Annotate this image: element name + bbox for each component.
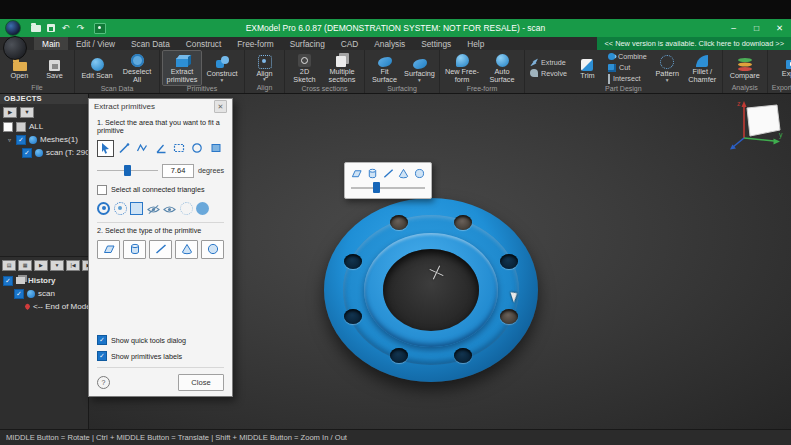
- objects-play-icon[interactable]: ▶: [3, 107, 17, 118]
- show-labels-checkbox[interactable]: ✓: [97, 351, 107, 361]
- history-scan-checkbox[interactable]: ✓: [14, 289, 24, 299]
- connected-triangles-checkbox[interactable]: [97, 185, 107, 195]
- tab-settings[interactable]: Settings: [413, 37, 459, 50]
- revolve-button[interactable]: Revolve: [530, 69, 567, 78]
- history-tree-icon[interactable]: ▦: [18, 260, 32, 271]
- 2d-sketch-button[interactable]: 2D Sketch: [288, 51, 321, 85]
- solid-circle-icon[interactable]: [196, 202, 209, 215]
- maximize-button[interactable]: □: [745, 19, 768, 37]
- tab-free-form[interactable]: Free-form: [229, 37, 281, 50]
- history-first-icon[interactable]: |◀: [66, 260, 80, 271]
- tree-item-scan[interactable]: ✓ scan (T: 290 751: [0, 146, 88, 159]
- auto-surface-button[interactable]: Auto Surface: [483, 51, 521, 85]
- eye-off-icon[interactable]: [147, 202, 160, 215]
- surfacing-button[interactable]: Surfacing ▾: [403, 53, 436, 83]
- tab-surfacing[interactable]: Surfacing: [282, 37, 333, 50]
- angle-slider[interactable]: [97, 165, 158, 176]
- construct-button[interactable]: Construct ▾: [203, 53, 241, 83]
- edit-scan-button[interactable]: Edit Scan: [78, 55, 116, 81]
- expander-icon[interactable]: ▿: [6, 136, 13, 143]
- tab-edit-view[interactable]: Edit / View: [68, 37, 123, 50]
- angle-value-input[interactable]: [162, 164, 194, 178]
- tab-main[interactable]: Main: [34, 37, 68, 50]
- align-button[interactable]: Align ▾: [248, 53, 281, 83]
- history-checkbox[interactable]: ✓: [3, 276, 13, 286]
- history-play-icon[interactable]: ▶: [34, 260, 48, 271]
- cut-button[interactable]: Cut: [608, 63, 647, 72]
- pick-arrow-tool[interactable]: [97, 140, 114, 157]
- quick-cone-button[interactable]: [396, 166, 411, 180]
- tab-help[interactable]: Help: [459, 37, 492, 50]
- update-notification[interactable]: << New version is available. Click here …: [597, 37, 791, 50]
- line-primitive-button[interactable]: [149, 240, 172, 259]
- deselect-all-button[interactable]: Deselect All: [118, 51, 156, 85]
- angle-tool[interactable]: [152, 140, 169, 157]
- history-list-icon[interactable]: ▤: [2, 260, 16, 271]
- show-labels-row[interactable]: ✓ Show primitives labels: [97, 351, 224, 361]
- brush-tool[interactable]: [115, 140, 132, 157]
- tab-scan-data[interactable]: Scan Data: [123, 37, 178, 50]
- slider-handle[interactable]: [373, 182, 380, 193]
- show-quick-tools-row[interactable]: ✓ Show quick tools dialog: [97, 335, 224, 345]
- show-quick-tools-checkbox[interactable]: ✓: [97, 335, 107, 345]
- tree-item-history-scan[interactable]: ✓ scan: [0, 287, 88, 300]
- trim-button[interactable]: Trim: [571, 55, 604, 81]
- compare-button[interactable]: Compare: [726, 55, 764, 81]
- sphere-primitive-button[interactable]: [201, 240, 224, 259]
- dotted-light-circle-icon[interactable]: [180, 202, 193, 215]
- close-dialog-button[interactable]: Close: [178, 374, 224, 391]
- scan-model-flange[interactable]: [324, 198, 538, 382]
- scan-checkbox[interactable]: ✓: [22, 148, 32, 158]
- combine-button[interactable]: Combine: [608, 52, 647, 61]
- dialog-close-icon[interactable]: ✕: [214, 100, 227, 113]
- dialog-title-bar[interactable]: Extract primitives ✕: [89, 99, 232, 114]
- app-menu-button[interactable]: [3, 36, 27, 60]
- objects-filter-icon[interactable]: ▼: [20, 107, 34, 118]
- intersect-button[interactable]: Intersect: [608, 74, 647, 83]
- cone-primitive-button[interactable]: [175, 240, 198, 259]
- fillet-chamfer-button[interactable]: Fillet / Chamfer: [686, 51, 719, 85]
- tree-item-all[interactable]: ALL: [0, 120, 88, 133]
- meshes-checkbox[interactable]: ✓: [16, 135, 26, 145]
- save-icon[interactable]: [45, 22, 56, 34]
- view-axis-indicator[interactable]: z y: [723, 96, 785, 154]
- angle-slider-handle[interactable]: [124, 165, 131, 176]
- capture-icon[interactable]: [94, 23, 106, 34]
- history-down-icon[interactable]: ▼: [50, 260, 64, 271]
- redo-icon[interactable]: ↷: [75, 22, 86, 34]
- minimize-button[interactable]: –: [722, 19, 745, 37]
- save-button[interactable]: Save: [38, 55, 71, 81]
- tree-item-history[interactable]: ✓ History: [0, 274, 88, 287]
- tab-analysis[interactable]: Analysis: [366, 37, 413, 50]
- close-button[interactable]: ✕: [768, 19, 791, 37]
- extract-primitives-button[interactable]: Extract primitives: [163, 51, 201, 85]
- quick-plane-button[interactable]: [349, 166, 364, 180]
- quick-tools-dialog[interactable]: [344, 162, 432, 199]
- export-button[interactable]: Export ▾: [773, 53, 791, 83]
- fit-surface-button[interactable]: Fit Surface: [368, 51, 401, 85]
- tree-item-end-of-model[interactable]: <-- End of Model -: [0, 300, 88, 313]
- plane-primitive-button[interactable]: [97, 240, 120, 259]
- connected-triangles-row[interactable]: Select all connected triangles: [97, 185, 224, 195]
- paint-select-tool[interactable]: [207, 140, 224, 157]
- multiple-sections-button[interactable]: Multiple sections: [323, 51, 361, 85]
- quick-sphere-button[interactable]: [412, 166, 427, 180]
- new-free-form-button[interactable]: New Free-form: [443, 51, 481, 85]
- rectangle-select-tool[interactable]: [170, 140, 187, 157]
- eye-icon[interactable]: [163, 202, 176, 215]
- pattern-button[interactable]: Pattern ▾: [651, 53, 684, 83]
- quick-line-button[interactable]: [381, 166, 396, 180]
- cylinder-primitive-button[interactable]: [123, 240, 146, 259]
- open-icon[interactable]: [30, 22, 41, 34]
- undo-icon[interactable]: ↶: [60, 22, 71, 34]
- quick-tolerance-slider[interactable]: [349, 182, 427, 194]
- all-checkbox[interactable]: [3, 122, 13, 132]
- tab-cad[interactable]: CAD: [333, 37, 367, 50]
- quick-cylinder-button[interactable]: [365, 166, 380, 180]
- ellipse-select-tool[interactable]: [189, 140, 206, 157]
- tree-item-meshes[interactable]: ▿ ✓ Meshes(1): [0, 133, 88, 146]
- selected-target-icon[interactable]: [97, 202, 110, 215]
- help-icon[interactable]: ?: [97, 376, 110, 389]
- polyline-tool[interactable]: [134, 140, 151, 157]
- square-area-icon[interactable]: [130, 202, 143, 215]
